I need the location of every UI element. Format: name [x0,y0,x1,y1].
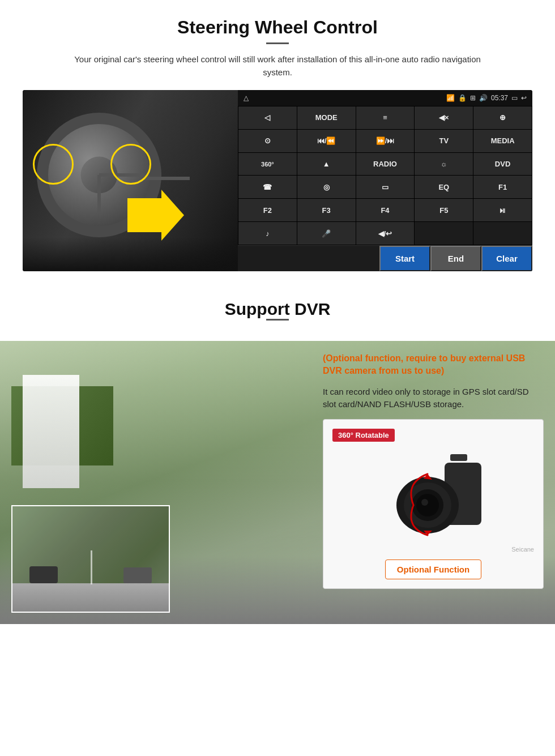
grid-icon: ⊞ [470,94,476,102]
lock-icon: 🔒 [458,94,467,102]
dvr-title: Support DVR [23,300,532,319]
camera-svg [377,451,490,536]
btn-f4[interactable]: F4 [356,199,415,221]
highlight-left [33,144,74,185]
inset-road [12,583,169,612]
dvr-camera-box: 360° Rotatable [323,419,544,589]
status-right: 📶 🔒 ⊞ 🔊 05:37 ▭ ↩ [446,94,527,102]
dvr-title-area: Support DVR [0,283,555,341]
btn-mute[interactable]: ◀× [415,106,473,129]
btn-360[interactable]: 360° [238,153,297,176]
wifi-icon: 📶 [446,94,455,102]
steering-description: Your original car's steering wheel contr… [65,53,490,79]
ui-panel: △ 📶 🔒 ⊞ 🔊 05:37 ▭ ↩ ◁ MODE ≡ [238,90,532,271]
btn-music[interactable]: ♪ [238,222,297,245]
btn-f3[interactable]: F3 [297,199,356,221]
btn-f2[interactable]: F2 [238,199,297,221]
inset-car-2 [123,567,152,583]
btn-row-2: ⊙ ⏮/⏪ ⏩/⏭ TV MEDIA [238,130,532,152]
spoke-left [144,177,190,180]
watermark: Seicane [332,546,534,553]
svg-point-5 [416,494,439,516]
svg-point-6 [421,499,428,506]
btn-phone[interactable]: ☎ [238,176,297,198]
btn-prev-back[interactable]: ◀/↩ [356,222,415,245]
btn-eq[interactable]: EQ [415,176,473,198]
btn-mic[interactable]: 🎤 [297,222,356,245]
btn-row-3: 360° ▲ RADIO ☼ DVD [238,153,532,176]
btn-row-1: ◁ MODE ≡ ◀× ⊕ [238,106,532,129]
btn-playpause[interactable]: ⏯ [473,199,532,221]
optional-function-badge: Optional Function [385,559,481,579]
btn-f5[interactable]: F5 [415,199,473,221]
spoke-down [97,175,101,212]
dvr-background: (Optional function, require to buy exter… [0,341,555,624]
btn-eject[interactable]: ▲ [297,153,356,176]
steering-photo [23,90,238,271]
btn-media[interactable]: MEDIA [473,130,532,152]
back-icon: ↩ [521,94,527,102]
btn-prev[interactable]: ⏮/⏪ [297,130,356,152]
end-button[interactable]: End [430,246,481,271]
home-icon: △ [244,94,249,102]
btn-tv[interactable]: TV [415,130,473,152]
window-icon: ▭ [511,94,518,102]
dvr-optional-text: (Optional function, require to buy exter… [323,352,544,378]
title-divider [266,42,289,44]
btn-radio[interactable]: RADIO [356,153,415,176]
dvr-inset-video [11,505,170,613]
btn-mode[interactable]: MODE [297,106,356,129]
badge-row: 360° Rotatable [332,429,534,442]
steering-title: Steering Wheel Control [23,17,532,38]
btn-next[interactable]: ⏩/⏭ [356,130,415,152]
empty-slot-1 [415,222,473,245]
btn-nav[interactable]: ◁ [238,106,297,129]
highlight-right [110,144,151,185]
btn-screen[interactable]: ▭ [356,176,415,198]
start-button[interactable]: Start [379,246,430,271]
btn-internet[interactable]: ◎ [297,176,356,198]
svg-marker-0 [127,190,184,241]
camera-image [371,449,496,539]
steering-section: Steering Wheel Control Your original car… [0,0,555,283]
time-display: 05:37 [491,94,508,102]
btn-f1[interactable]: F1 [473,176,532,198]
clear-button[interactable]: Clear [481,246,532,271]
btn-row-5: F2 F3 F4 F5 ⏯ [238,199,532,221]
badge-360: 360° Rotatable [332,429,395,442]
status-bar: △ 📶 🔒 ⊞ 🔊 05:37 ▭ ↩ [238,90,532,106]
action-bar: Start End Clear [238,245,532,271]
action-spacer [238,246,379,271]
btn-dvd[interactable]: DVD [473,153,532,176]
btn-row-6: ♪ 🎤 ◀/↩ [238,222,532,245]
steering-demo: △ 📶 🔒 ⊞ 🔊 05:37 ▭ ↩ ◁ MODE ≡ [23,90,532,271]
dvr-desc-text: It can record video only to storage in G… [323,386,544,411]
dvr-divider [266,319,289,321]
btn-settings[interactable]: ⊙ [238,130,297,152]
inset-road-line [91,550,92,584]
btn-row-4: ☎ ◎ ▭ EQ F1 [238,176,532,198]
dvr-section: Support DVR (Optional function, require … [0,283,555,624]
building-left [23,375,79,488]
svg-rect-7 [450,454,467,461]
btn-apps[interactable]: ⊕ [473,106,532,129]
status-left: △ [244,94,249,102]
sound-icon: 🔊 [479,94,488,102]
inset-car-1 [29,566,58,583]
button-grid: ◁ MODE ≡ ◀× ⊕ ⊙ ⏮/⏪ ⏩/⏭ TV MEDIA 360° [238,106,532,245]
yellow-arrow [127,190,184,243]
dvr-info-panel: (Optional function, require to buy exter… [311,341,555,624]
btn-menu[interactable]: ≡ [356,106,415,129]
empty-slot-2 [473,222,532,245]
btn-brightness[interactable]: ☼ [415,153,473,176]
